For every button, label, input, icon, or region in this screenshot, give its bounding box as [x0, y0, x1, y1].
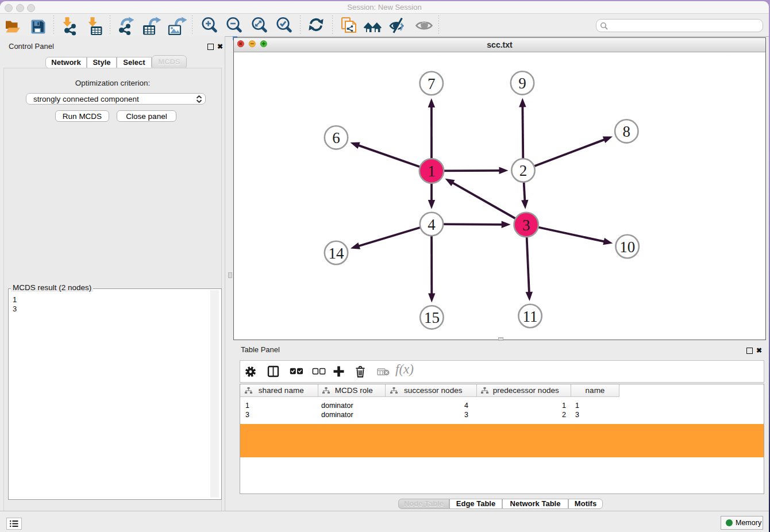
svg-text:2: 2 [519, 162, 528, 179]
svg-text:15: 15 [424, 309, 440, 326]
svg-text:1: 1 [428, 163, 436, 180]
svg-text:8: 8 [623, 123, 631, 140]
svg-text:9: 9 [518, 75, 526, 92]
svg-text:7: 7 [428, 75, 436, 92]
svg-text:14: 14 [329, 245, 345, 262]
svg-text:6: 6 [332, 129, 340, 147]
svg-text:4: 4 [428, 216, 436, 233]
svg-text:10: 10 [619, 238, 635, 256]
svg-text:3: 3 [522, 217, 530, 234]
svg-text:11: 11 [523, 308, 538, 325]
